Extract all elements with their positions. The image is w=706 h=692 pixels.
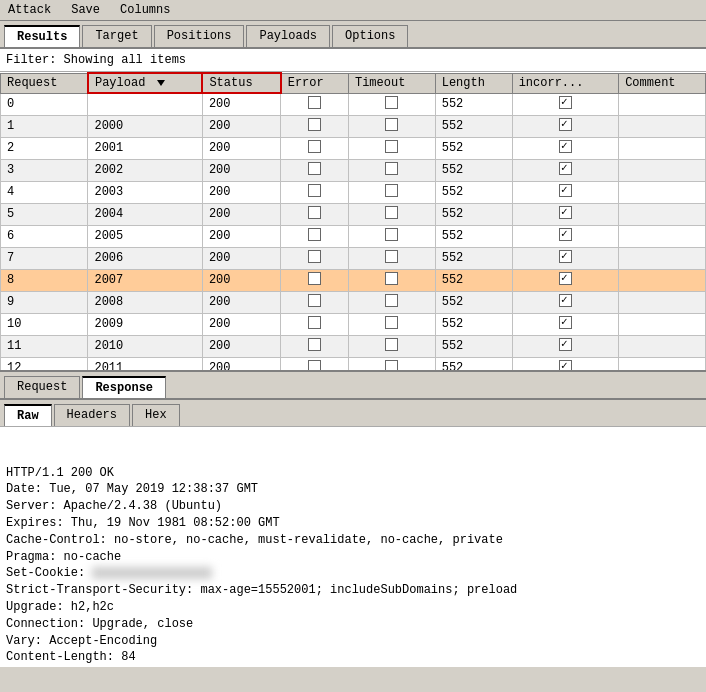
cell-incorrect-checkbox[interactable]: [559, 338, 572, 351]
col-status[interactable]: Status: [202, 73, 280, 93]
cell-status: 200: [202, 181, 280, 203]
tab-request[interactable]: Request: [4, 376, 80, 398]
table-row[interactable]: 122011200552: [1, 357, 706, 372]
cell-request: 0: [1, 93, 88, 115]
cell-comment: [619, 357, 706, 372]
cell-request: 6: [1, 225, 88, 247]
cell-incorrect-checkbox[interactable]: [559, 294, 572, 307]
cell-payload: 2003: [88, 181, 202, 203]
table-row[interactable]: 22001200552: [1, 137, 706, 159]
cell-length: 552: [435, 115, 512, 137]
cell-length: 552: [435, 159, 512, 181]
col-payload[interactable]: Payload: [88, 73, 202, 93]
cell-length: 552: [435, 357, 512, 372]
col-timeout[interactable]: Timeout: [348, 73, 435, 93]
table-row[interactable]: 12000200552: [1, 115, 706, 137]
menu-attack[interactable]: Attack: [4, 2, 55, 18]
table-row[interactable]: 62005200552: [1, 225, 706, 247]
cell-length: 552: [435, 225, 512, 247]
tab-headers[interactable]: Headers: [54, 404, 130, 426]
cell-error: [281, 137, 349, 159]
cell-error-checkbox[interactable]: [308, 118, 321, 131]
response-body[interactable]: HTTP/1.1 200 OKDate: Tue, 07 May 2019 12…: [0, 427, 706, 667]
cell-timeout-checkbox[interactable]: [385, 294, 398, 307]
cell-timeout-checkbox[interactable]: [385, 360, 398, 373]
cell-error-checkbox[interactable]: [308, 140, 321, 153]
results-table: Request Payload Status Error Timeout Len…: [0, 72, 706, 372]
col-error[interactable]: Error: [281, 73, 349, 93]
cell-incorrect-checkbox[interactable]: [559, 184, 572, 197]
cell-error-checkbox[interactable]: [308, 162, 321, 175]
cell-incorrect-checkbox[interactable]: [559, 360, 572, 373]
table-row[interactable]: 72006200552: [1, 247, 706, 269]
cell-timeout-checkbox[interactable]: [385, 206, 398, 219]
cell-timeout-checkbox[interactable]: [385, 96, 398, 109]
table-row[interactable]: 112010200552: [1, 335, 706, 357]
cell-timeout: [348, 313, 435, 335]
col-incorrect[interactable]: incorr...: [512, 73, 618, 93]
main-tab-bar: Results Target Positions Payloads Option…: [0, 21, 706, 49]
table-row[interactable]: 92008200552: [1, 291, 706, 313]
cell-error-checkbox[interactable]: [308, 250, 321, 263]
cell-error-checkbox[interactable]: [308, 316, 321, 329]
table-body: 0200552120002005522200120055232002200552…: [1, 93, 706, 372]
cell-incorrect-checkbox[interactable]: [559, 316, 572, 329]
tab-hex[interactable]: Hex: [132, 404, 180, 426]
cell-incorrect-checkbox[interactable]: [559, 140, 572, 153]
tab-response[interactable]: Response: [82, 376, 166, 398]
cell-timeout-checkbox[interactable]: [385, 250, 398, 263]
cell-error-checkbox[interactable]: [308, 272, 321, 285]
cell-error: [281, 181, 349, 203]
table-row[interactable]: 0200552: [1, 93, 706, 115]
cell-status: 200: [202, 225, 280, 247]
cell-error-checkbox[interactable]: [308, 294, 321, 307]
tab-target[interactable]: Target: [82, 25, 151, 47]
cell-timeout-checkbox[interactable]: [385, 140, 398, 153]
response-line: Expires: Thu, 19 Nov 1981 08:52:00 GMT: [6, 515, 700, 532]
table-row[interactable]: 32002200552: [1, 159, 706, 181]
cell-incorrect-checkbox[interactable]: [559, 206, 572, 219]
menu-columns[interactable]: Columns: [116, 2, 174, 18]
cell-timeout-checkbox[interactable]: [385, 162, 398, 175]
cell-comment: [619, 137, 706, 159]
cell-incorrect-checkbox[interactable]: [559, 118, 572, 131]
table-row[interactable]: 82007200552: [1, 269, 706, 291]
cell-incorrect-checkbox[interactable]: [559, 272, 572, 285]
tab-options[interactable]: Options: [332, 25, 408, 47]
cell-status: 200: [202, 313, 280, 335]
col-length[interactable]: Length: [435, 73, 512, 93]
tab-positions[interactable]: Positions: [154, 25, 245, 47]
cell-timeout-checkbox[interactable]: [385, 118, 398, 131]
cell-timeout-checkbox[interactable]: [385, 184, 398, 197]
tab-payloads[interactable]: Payloads: [246, 25, 330, 47]
cell-timeout-checkbox[interactable]: [385, 316, 398, 329]
cell-payload: 2005: [88, 225, 202, 247]
cell-timeout-checkbox[interactable]: [385, 338, 398, 351]
cell-timeout-checkbox[interactable]: [385, 228, 398, 241]
cell-incorrect-checkbox[interactable]: [559, 96, 572, 109]
table-row[interactable]: 42003200552: [1, 181, 706, 203]
cell-error-checkbox[interactable]: [308, 206, 321, 219]
table-row[interactable]: 102009200552: [1, 313, 706, 335]
cell-timeout-checkbox[interactable]: [385, 272, 398, 285]
tab-results[interactable]: Results: [4, 25, 80, 47]
cell-error-checkbox[interactable]: [308, 96, 321, 109]
cell-error-checkbox[interactable]: [308, 338, 321, 351]
tab-raw[interactable]: Raw: [4, 404, 52, 426]
cell-error-checkbox[interactable]: [308, 360, 321, 373]
cell-incorrect-checkbox[interactable]: [559, 162, 572, 175]
cell-payload: 2008: [88, 291, 202, 313]
col-request[interactable]: Request: [1, 73, 88, 93]
cell-error-checkbox[interactable]: [308, 184, 321, 197]
cell-error-checkbox[interactable]: [308, 228, 321, 241]
table-row[interactable]: 52004200552: [1, 203, 706, 225]
cell-incorrect-checkbox[interactable]: [559, 250, 572, 263]
cell-incorrect: [512, 115, 618, 137]
cell-incorrect-checkbox[interactable]: [559, 228, 572, 241]
cell-request: 7: [1, 247, 88, 269]
menu-save[interactable]: Save: [67, 2, 104, 18]
results-table-container[interactable]: Request Payload Status Error Timeout Len…: [0, 72, 706, 372]
cell-status: 200: [202, 357, 280, 372]
col-comment[interactable]: Comment: [619, 73, 706, 93]
cell-comment: [619, 247, 706, 269]
